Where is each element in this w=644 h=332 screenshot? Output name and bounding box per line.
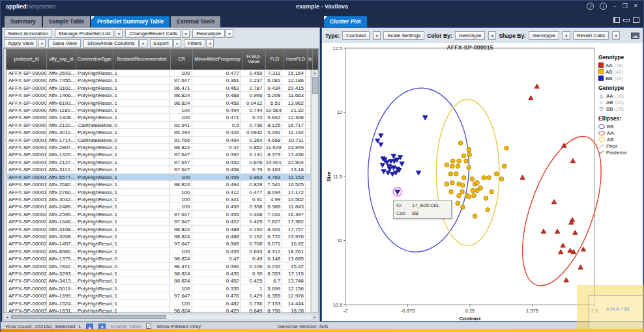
vertical-scrollbar[interactable]: ▲	[311, 70, 318, 312]
point-AB[interactable]	[467, 165, 471, 170]
column-header-fld[interactable]: FLD	[266, 49, 284, 70]
point-AA[interactable]	[581, 247, 585, 251]
table-row[interactable]: AFFX-SP-000025Affx-8360...PolyHighResol.…	[4, 248, 311, 255]
table-row[interactable]: AFFX-SP-000011Affx-2807...PolyHighResol.…	[4, 144, 311, 151]
apply-view-button[interactable]: Apply View	[4, 39, 37, 48]
chevron-down-icon[interactable]: ▼	[612, 31, 620, 40]
shape-by-select[interactable]: Genotype	[529, 31, 559, 40]
point-AB[interactable]	[457, 159, 461, 163]
point-AB[interactable]	[472, 193, 476, 198]
point-BB[interactable]	[400, 162, 404, 167]
point-AB[interactable]	[482, 176, 486, 180]
point-AB[interactable]	[470, 177, 475, 182]
point-AB[interactable]	[467, 152, 472, 157]
save-view-button[interactable]: Save View	[48, 39, 81, 48]
point-AA[interactable]	[520, 175, 525, 180]
point-AB[interactable]	[502, 164, 506, 169]
point-AB[interactable]	[467, 195, 471, 199]
point-AB[interactable]	[460, 189, 465, 194]
point-AB[interactable]	[461, 154, 466, 158]
table-row[interactable]: AFFX-SP-000021Affx-1646...PolyHighResol.…	[4, 218, 311, 225]
close-button[interactable]: ✕	[633, 3, 638, 10]
table-row[interactable]: AFFX-SP-000007Affx-1328...PolyHighResol.…	[4, 114, 311, 121]
table-row[interactable]: AFFX-SP-000014Affx-3112...PolyHighResol.…	[4, 166, 311, 173]
point-AA[interactable]	[534, 84, 539, 89]
table-row[interactable]: AFFX-SP-000006Affx-1180...PolyHighResol.…	[4, 107, 311, 114]
point-AB[interactable]	[457, 193, 461, 198]
minimize-button[interactable]: –	[613, 3, 616, 10]
point-AA[interactable]	[570, 158, 575, 163]
point-AA[interactable]	[562, 143, 566, 148]
table-row[interactable]: AFFX-SP-000002Affx-7455...PolyHighResol.…	[4, 77, 311, 84]
table-row[interactable]: AFFX-SP-000030Affx-5019...PolyHighResol.…	[4, 285, 311, 292]
point-AA[interactable]	[564, 278, 568, 283]
point-AB[interactable]	[475, 181, 480, 186]
revert-calls-button[interactable]: Revert Calls	[573, 31, 609, 40]
point-AB[interactable]	[505, 146, 509, 150]
chevron-down-icon[interactable]: ▼	[226, 29, 233, 38]
table-row[interactable]: AFFX-SP-000013Affx-2127...PolyHighResol.…	[4, 159, 311, 166]
scroll-right-icon[interactable]: ►	[312, 314, 318, 320]
manage-probeset-list-button[interactable]: Manage ProbeSet List	[55, 29, 114, 38]
point-AA[interactable]	[568, 248, 572, 253]
point-AB[interactable]	[458, 141, 463, 145]
point-AB[interactable]	[450, 159, 455, 163]
column-header-het[interactable]: Het	[308, 49, 313, 70]
column-header-bestandrecommended[interactable]: BestandRecommended	[113, 49, 171, 70]
scale-settings-button[interactable]: Scale Settings	[383, 31, 424, 40]
point-AA[interactable]	[559, 249, 563, 254]
table-row[interactable]: AFFX-SP-000008Affx-2122...CallRateBelow.…	[4, 122, 311, 129]
column-header-homfld[interactable]: HomFLD	[284, 49, 308, 70]
point-AB[interactable]	[486, 208, 490, 212]
point-BB[interactable]	[379, 133, 383, 138]
scrollbar-thumb[interactable]	[11, 315, 166, 319]
select-annotation-button[interactable]: Select Annotation	[4, 29, 52, 38]
cluster-scatter-plot[interactable]: -2-0.8750.251.3752.510.51111.51212.5Cont…	[322, 43, 643, 322]
table-row[interactable]: AFFX-SP-000022Affx-3108...PolyHighResol.…	[4, 226, 311, 233]
table-row[interactable]: AFFX-SP-000003Affx-3102...PolyHighResol.…	[4, 85, 311, 92]
point-AB[interactable]	[478, 186, 483, 190]
point-AB[interactable]	[450, 164, 455, 169]
column-header-h-w-p-value[interactable]: H.W.p-Value	[242, 49, 266, 70]
chevron-down-icon[interactable]: ▼	[488, 31, 496, 40]
point-AB[interactable]	[448, 172, 453, 176]
tab-summary[interactable]: Summary	[5, 16, 42, 27]
column-header-probeset-id[interactable]: probeset_id	[7, 49, 47, 70]
column-header-minorallelefrequency[interactable]: MinorAlleleFrequency	[193, 49, 242, 70]
tab-probeset-summary-table[interactable]: ProbeSet Summary Table	[91, 16, 169, 27]
point-AB[interactable]	[449, 189, 454, 194]
point-AA[interactable]	[551, 199, 556, 204]
point-BB[interactable]	[380, 163, 385, 168]
point-AB[interactable]	[499, 177, 504, 182]
point-AB[interactable]	[487, 176, 491, 180]
chevron-down-icon[interactable]: ▼	[206, 39, 214, 48]
point-AB[interactable]	[484, 196, 488, 201]
export-button[interactable]: Export	[150, 39, 173, 48]
table-row[interactable]: AFFX-SP-000018Affx-3042...PolyHighResol.…	[4, 196, 311, 203]
table-row[interactable]: AFFX-SP-000033Affx-1631...PolyHighResol.…	[4, 307, 311, 312]
point-AB[interactable]	[445, 182, 449, 187]
split-view-icon[interactable]	[613, 17, 620, 23]
column-header-affy-snp-id[interactable]: affy_snp_id	[47, 49, 76, 70]
point-AA[interactable]	[541, 229, 546, 234]
point-AA[interactable]	[561, 243, 565, 247]
point-AB[interactable]	[461, 176, 466, 180]
point-AB[interactable]	[456, 164, 460, 169]
table-row[interactable]: AFFX-SP-000017Affx-2760...PolyHighResol.…	[4, 189, 311, 196]
table-row[interactable]: AFFX-SP-000026Affx-1379...PolyHighResol.…	[4, 255, 311, 262]
chevron-down-icon[interactable]: ▼	[563, 31, 570, 40]
chevron-down-icon[interactable]: ▼	[182, 29, 190, 38]
show-filtered-checkbox[interactable]: ✓	[146, 324, 151, 329]
point-AB[interactable]	[464, 159, 469, 163]
table-row[interactable]: AFFX-SP-000012Affx-1320...PolyHighResol.…	[4, 151, 311, 158]
point-BB[interactable]	[416, 171, 420, 175]
table-row[interactable]: AFFX-SP-000032Affx-1524...PolyHighResol.…	[4, 300, 311, 307]
scroll-up-icon[interactable]: ▲	[312, 70, 318, 76]
table-row[interactable]: AFFX-SP-000024Affx-1457...PolyHighResol.…	[4, 240, 311, 247]
table-row[interactable]: AFFX-SP-000005Affx-6193...PolyHighResol.…	[4, 100, 311, 107]
point-AA[interactable]	[573, 230, 578, 235]
change-revert-calls-button[interactable]: Change/Revert Calls	[125, 29, 181, 38]
point-BB[interactable]	[395, 190, 400, 195]
point-AA[interactable]	[578, 265, 583, 270]
filters-button[interactable]: Filters	[184, 39, 206, 48]
